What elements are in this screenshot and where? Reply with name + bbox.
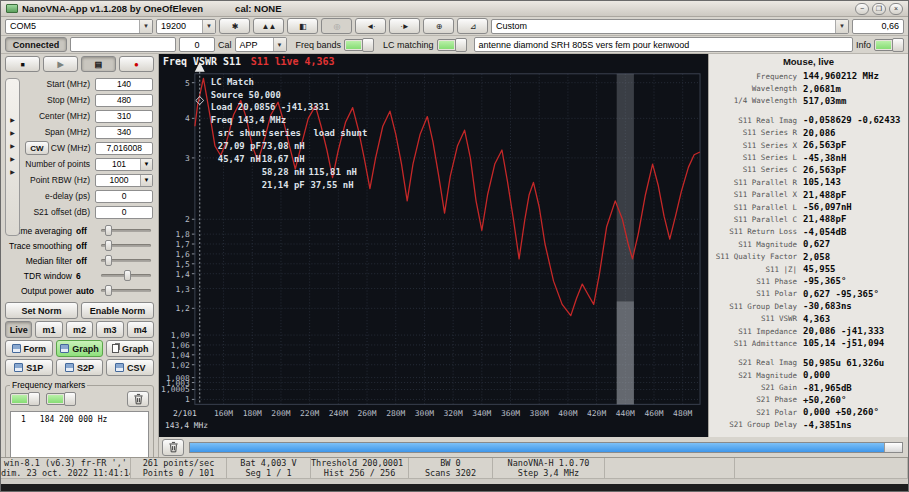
toggle-knob[interactable] xyxy=(892,38,904,52)
slider-value: auto xyxy=(76,286,101,296)
settings-icon: ✱ xyxy=(232,22,238,31)
slider-knob[interactable] xyxy=(124,270,131,281)
zoom-button[interactable]: ◎ xyxy=(321,18,352,34)
save-s2p-button[interactable]: S2P xyxy=(56,359,104,376)
memory-m1-button[interactable]: m1 xyxy=(35,321,62,338)
clear-graph-button[interactable] xyxy=(162,439,184,456)
field-value: 340 xyxy=(117,127,131,137)
y-axis-tick-label: 1,0005 xyxy=(161,385,190,394)
chevron-down-icon[interactable]: ▼ xyxy=(140,159,152,170)
chevron-down-icon[interactable]: ▼ xyxy=(835,20,848,33)
com-port-select[interactable]: COM5 ▼ xyxy=(5,19,153,34)
field-input[interactable]: 140 xyxy=(95,78,153,91)
memory-m2-button[interactable]: m2 xyxy=(66,321,93,338)
band-preset-strip[interactable]: ▶ ▶ ▶ ▶ ▶ xyxy=(5,78,20,236)
field-input[interactable]: 101▼ xyxy=(95,158,153,171)
toggle-knob[interactable] xyxy=(28,392,40,406)
arrow-right-icon[interactable]: ▶ xyxy=(10,117,15,123)
cw-button[interactable]: CW xyxy=(25,141,49,155)
description-input[interactable]: antenne diamond SRH 805S vers fem pour k… xyxy=(474,37,853,52)
freq-bands-toggle[interactable] xyxy=(344,39,374,51)
set-norm-button[interactable]: Set Norm xyxy=(5,302,78,319)
enable-norm-button[interactable]: Enable Norm xyxy=(81,302,154,319)
screenshot-button[interactable]: ⊿ xyxy=(457,18,488,34)
save-s1p-button[interactable]: S1P xyxy=(5,359,53,376)
run-button[interactable]: ▶ xyxy=(43,56,78,72)
slider-track[interactable] xyxy=(101,244,151,247)
edge-value-field[interactable]: 0,66 xyxy=(852,19,904,34)
usb-disconnect-button[interactable]: ◄· xyxy=(355,18,386,34)
measurement-row: S11 Group Delay-30,683ns xyxy=(709,300,908,312)
chevron-down-icon[interactable]: ▼ xyxy=(202,20,215,33)
chevron-down-icon[interactable]: ▼ xyxy=(273,38,286,51)
field-label: Span (MHz) xyxy=(25,127,95,137)
cal-count-field[interactable]: 0 xyxy=(179,37,215,52)
calibration-button[interactable]: ⊕ xyxy=(423,18,454,34)
save-graph-button[interactable]: Graph xyxy=(56,340,104,357)
connected-button[interactable]: Connected xyxy=(5,37,67,52)
usb-connect-button[interactable]: ·► xyxy=(389,18,420,34)
lc-matching-toggle[interactable] xyxy=(437,39,467,51)
restore-button[interactable]: ❐ xyxy=(872,3,886,15)
preset-select[interactable]: Custom ▼ xyxy=(491,19,849,34)
status-cell: BW 0 xyxy=(409,458,493,468)
toggle-knob[interactable] xyxy=(455,38,467,52)
minimize-button[interactable]: − xyxy=(855,3,869,15)
export-button[interactable]: ▤ xyxy=(81,56,116,72)
chevron-down-icon[interactable]: ▼ xyxy=(140,175,152,186)
arrow-right-icon[interactable]: ▶ xyxy=(10,169,15,175)
delete-markers-button[interactable] xyxy=(127,391,149,407)
save-csv-button[interactable]: CSV xyxy=(106,359,154,376)
copy-graph-button[interactable]: Graph xyxy=(106,340,154,357)
y-axis-tick-label: 1,09 xyxy=(171,331,190,340)
arrow-right-icon[interactable]: ▶ xyxy=(10,143,15,149)
slider-track[interactable] xyxy=(101,229,151,232)
slider-track[interactable] xyxy=(101,274,151,277)
close-button[interactable]: × xyxy=(889,3,903,15)
slider-knob[interactable] xyxy=(105,285,112,296)
save-form-button[interactable]: Form xyxy=(5,340,53,357)
serial-info-field[interactable] xyxy=(70,37,176,52)
memory-m4-button[interactable]: m4 xyxy=(127,321,154,338)
main-area: ■ ▶ ▤ ● ▶ ▶ ▶ ▶ ▶ Start (MHz)140Stop (MH… xyxy=(1,54,908,457)
toggle-knob[interactable] xyxy=(64,392,76,406)
record-button[interactable]: ● xyxy=(119,56,154,72)
slider-track[interactable] xyxy=(101,259,151,262)
memory-m3-button[interactable]: m3 xyxy=(96,321,123,338)
arrow-right-icon[interactable]: ▶ xyxy=(10,130,15,136)
slider-track[interactable] xyxy=(101,289,151,292)
memory-live-button[interactable]: Live xyxy=(5,321,32,338)
lc-match-text: load shunt xyxy=(313,128,367,138)
measurement-label: Frequency xyxy=(709,72,803,81)
stop-button[interactable]: ■ xyxy=(5,56,40,72)
arrow-right-icon[interactable]: ▶ xyxy=(10,156,15,162)
toolbar-row-2: Connected 0 Cal APP ▼ Freq bands LC matc… xyxy=(1,36,908,54)
slider-knob[interactable] xyxy=(105,240,112,251)
measurement-label: S11 |Z| xyxy=(709,265,803,274)
marker-list[interactable]: 1184 200 000 Hz xyxy=(10,411,149,459)
baud-rate-select[interactable]: 19200 ▼ xyxy=(156,19,216,34)
settings-button[interactable]: ✱ xyxy=(219,18,250,34)
marker-list-item[interactable]: 1184 200 000 Hz xyxy=(13,415,146,424)
field-input[interactable]: 480 xyxy=(95,94,153,107)
field-input[interactable]: 310 xyxy=(95,110,153,123)
slider-knob[interactable] xyxy=(105,255,112,266)
field-input[interactable]: 1000▼ xyxy=(95,174,153,187)
scan-arrows-button[interactable]: ▲▲ xyxy=(253,18,284,34)
cal-mode-select[interactable]: APP ▼ xyxy=(235,37,287,52)
field-input[interactable]: 0 xyxy=(95,206,153,219)
slider-knob[interactable] xyxy=(105,225,112,236)
chevron-down-icon[interactable]: ▼ xyxy=(139,20,152,33)
info-toggle[interactable] xyxy=(874,39,904,51)
marker-toggle-2[interactable] xyxy=(46,393,76,405)
measurement-value: 20,086 -j41,333 xyxy=(803,326,884,336)
field-input[interactable]: 0 xyxy=(95,190,153,203)
field-input[interactable]: 7,016008 xyxy=(95,142,153,155)
toggle-knob[interactable] xyxy=(362,38,374,52)
field-input[interactable]: 340 xyxy=(95,126,153,139)
vswr-plot[interactable]: 160M180M200M220M240M260M280M300M320M340M… xyxy=(159,54,708,437)
com-port-value: COM5 xyxy=(10,21,36,31)
marker-toggle-1[interactable] xyxy=(10,393,40,405)
battery-button[interactable]: ▮▯ xyxy=(287,18,318,34)
measurement-group: Frequency144,960212 MHzWavelength2,0681m… xyxy=(709,70,908,107)
